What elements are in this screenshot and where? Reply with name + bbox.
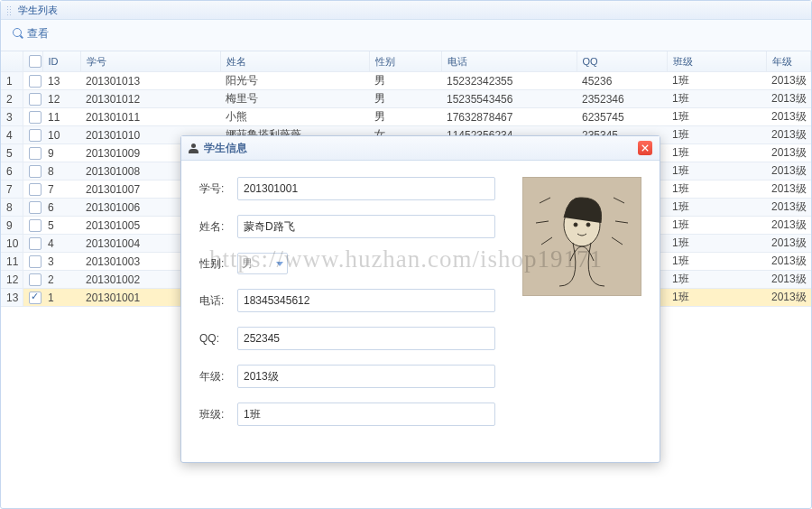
rownum: 1 [1,72,23,90]
col-grade[interactable]: 年级 [766,51,811,72]
row-checkbox[interactable] [29,183,42,196]
rownum: 10 [1,235,23,253]
cell-id: 10 [42,126,80,144]
label-class: 班级: [199,407,237,422]
row-checkbox[interactable] [29,75,42,88]
cell-grade: 2013级 [766,144,811,162]
cell-id: 13 [42,72,80,90]
row-checkbox[interactable] [29,273,42,286]
cell-id: 4 [42,235,80,253]
cell-id: 12 [42,90,80,108]
col-qq[interactable]: QQ [577,51,667,72]
cell-grade: 2013级 [766,235,811,253]
chevron-down-icon [276,262,283,266]
col-class[interactable]: 班级 [667,51,766,72]
col-sno[interactable]: 学号 [80,51,220,72]
cell-class: 1班 [667,90,766,108]
select-gender[interactable]: 男 [237,253,288,274]
student-photo [522,177,641,296]
cell-qq: 6235745 [577,108,667,126]
search-button[interactable]: 查看 [6,23,55,44]
cell-class: 1班 [667,289,766,307]
input-name[interactable] [237,215,495,238]
cell-grade: 2013级 [766,126,811,144]
table-row[interactable]: 311201301011小熊男1763287846762357451班2013级 [1,108,811,126]
cell-id: 11 [42,108,80,126]
input-sno[interactable] [237,177,495,200]
cell-grade: 2013级 [766,253,811,271]
cell-id: 8 [42,162,80,180]
cell-grade: 2013级 [766,108,811,126]
header-checkbox[interactable] [29,55,42,68]
col-phone[interactable]: 电话 [441,51,577,72]
cell-id: 3 [42,253,80,271]
cell-grade: 2013级 [766,90,811,108]
dialog-title: 学生信息 [204,141,247,156]
cell-grade: 2013级 [766,271,811,289]
row-checkbox[interactable] [29,292,42,304]
cell-qq: 45236 [577,72,667,90]
dialog-header[interactable]: 学生信息 [181,136,660,161]
cell-gender: 男 [369,108,441,126]
cell-class: 1班 [667,108,766,126]
table-row[interactable]: 113201301013阳光号男15232342355452361班2013级 [1,72,811,90]
cell-grade: 2013级 [766,72,811,90]
row-checkbox[interactable] [29,201,42,214]
cell-class: 1班 [667,235,766,253]
cell-name: 小熊 [220,108,369,126]
cell-class: 1班 [667,217,766,235]
row-checkbox[interactable] [29,129,42,142]
cell-phone: 17632878467 [441,108,577,126]
panel-title-bar: 学生列表 [1,1,811,20]
cell-grade: 2013级 [766,162,811,180]
cell-grade: 2013级 [766,199,811,217]
rownum: 8 [1,199,23,217]
cell-sno: 201301011 [80,108,220,126]
row-checkbox[interactable] [29,111,42,124]
cell-name: 梅里号 [220,90,369,108]
row-checkbox[interactable] [29,219,42,232]
row-checkbox[interactable] [29,93,42,106]
row-checkbox[interactable] [29,165,42,178]
cell-grade: 2013级 [766,180,811,199]
rownum: 6 [1,162,23,180]
cell-name: 阳光号 [220,72,369,90]
cell-id: 2 [42,271,80,289]
col-check[interactable] [23,51,42,72]
svg-point-2 [574,223,577,227]
col-id[interactable]: ID [42,51,80,72]
cell-grade: 2013级 [766,289,811,307]
cell-qq: 2352346 [577,90,667,108]
label-gender: 性别: [199,256,237,272]
toolbar: 查看 [1,20,811,51]
input-qq[interactable] [237,327,495,350]
label-grade: 年级: [199,369,237,384]
cell-id: 6 [42,199,80,217]
label-name: 姓名: [199,219,237,235]
rownum: 5 [1,144,23,162]
cell-id: 7 [42,180,80,199]
row-checkbox[interactable] [29,237,42,250]
cell-sno: 201301012 [80,90,220,108]
cell-id: 5 [42,217,80,235]
input-grade[interactable] [237,365,495,388]
close-button[interactable] [638,141,652,155]
table-row[interactable]: 212201301012梅里号男1523554345623523461班2013… [1,90,811,108]
input-phone[interactable] [237,289,495,312]
col-gender[interactable]: 性别 [369,51,441,72]
cell-class: 1班 [667,180,766,199]
person-icon [189,143,198,153]
col-name[interactable]: 姓名 [220,51,369,72]
row-checkbox[interactable] [29,147,42,160]
cell-class: 1班 [667,271,766,289]
student-info-dialog: 学生信息 学号: 姓名: 性别: 男 电话: [180,135,660,463]
rownum: 7 [1,180,23,199]
cell-class: 1班 [667,162,766,180]
row-checkbox[interactable] [29,255,42,268]
cell-id: 1 [42,289,80,307]
input-class[interactable] [237,403,495,426]
cell-gender: 男 [369,90,441,108]
col-rownum [1,51,23,72]
cell-class: 1班 [667,72,766,90]
select-gender-value: 男 [242,256,253,272]
